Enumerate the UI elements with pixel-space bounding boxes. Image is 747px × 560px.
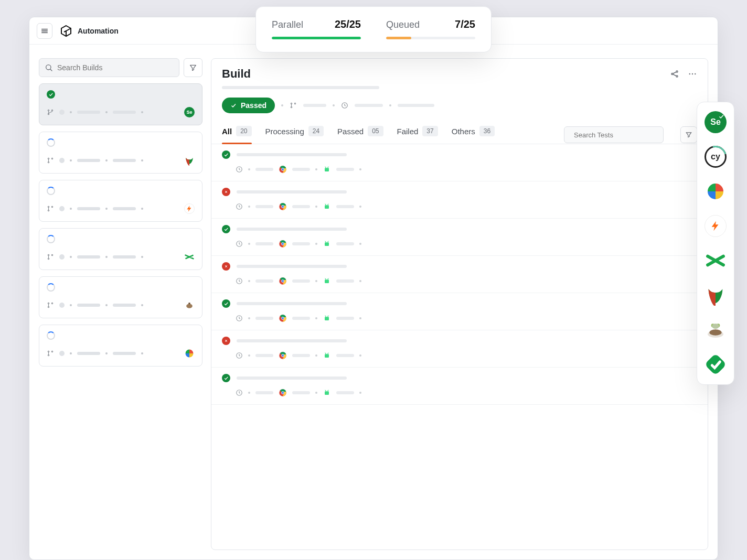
tab-passed[interactable]: Passed 05 xyxy=(337,126,383,144)
x-green-icon xyxy=(705,250,726,271)
tab-count: 05 xyxy=(368,126,383,136)
test-row[interactable] xyxy=(211,256,708,293)
tab-processing[interactable]: Processing 24 xyxy=(265,126,324,144)
stat-bar xyxy=(272,37,361,39)
status-passed-icon xyxy=(222,299,230,308)
svg-point-62 xyxy=(282,317,284,319)
svg-point-84 xyxy=(712,324,719,329)
svg-point-1 xyxy=(48,110,49,111)
branch-icon xyxy=(47,301,54,309)
filter-icon xyxy=(685,131,692,138)
rail-selenium[interactable]: Se xyxy=(704,111,727,134)
tool-rail: Se cy xyxy=(697,102,734,385)
build-card[interactable] xyxy=(39,228,202,270)
svg-point-18 xyxy=(48,354,49,356)
tab-label: All xyxy=(222,127,232,136)
tab-label: Others xyxy=(452,127,475,136)
selenium-icon: Se xyxy=(705,111,727,133)
tab-label: Failed xyxy=(397,127,419,136)
chrome-icon xyxy=(279,202,287,211)
test-row[interactable] xyxy=(211,330,708,368)
rail-cypress[interactable]: cy xyxy=(704,145,727,168)
rail-appium[interactable] xyxy=(704,180,727,203)
appium-icon xyxy=(705,181,726,202)
rail-espresso[interactable] xyxy=(704,318,727,341)
build-card[interactable] xyxy=(39,325,202,367)
rail-katalon[interactable] xyxy=(704,353,727,376)
svg-rect-56 xyxy=(325,279,329,283)
stat-queued: Queued 7/25 xyxy=(386,18,475,39)
stat-value: 25/25 xyxy=(335,18,361,30)
clock-icon xyxy=(236,166,243,173)
playwright-icon xyxy=(705,285,726,306)
spinner-icon xyxy=(47,235,55,243)
rail-x-green[interactable] xyxy=(704,249,727,272)
share-icon[interactable] xyxy=(670,69,679,79)
build-card[interactable] xyxy=(39,180,202,222)
clock-icon xyxy=(236,389,243,396)
chrome-icon xyxy=(279,165,287,174)
appium-icon xyxy=(184,348,195,359)
svg-point-6 xyxy=(51,158,52,159)
app-name: Automation xyxy=(78,27,119,35)
clock-icon xyxy=(236,240,243,247)
svg-point-8 xyxy=(48,210,49,211)
test-row[interactable] xyxy=(211,368,708,405)
svg-point-4 xyxy=(48,158,49,159)
svg-point-5 xyxy=(48,161,49,163)
svg-point-15 xyxy=(51,303,52,304)
test-row[interactable] xyxy=(211,293,708,330)
tab-others[interactable]: Others 36 xyxy=(452,126,495,144)
svg-point-22 xyxy=(676,76,678,77)
hamburger-icon xyxy=(40,27,49,35)
lightning-icon xyxy=(184,203,195,214)
svg-point-34 xyxy=(282,168,284,170)
search-tests[interactable] xyxy=(564,126,664,143)
status-passed-icon xyxy=(47,90,55,99)
check-icon xyxy=(230,102,237,109)
search-builds[interactable] xyxy=(39,58,179,77)
test-row[interactable] xyxy=(211,219,708,256)
playwright-icon xyxy=(184,155,195,166)
svg-rect-77 xyxy=(325,391,329,395)
svg-point-48 xyxy=(282,243,284,245)
espresso-icon xyxy=(705,319,726,340)
menu-button[interactable] xyxy=(37,23,52,39)
stats-card: Parallel 25/25 Queued 7/25 xyxy=(255,6,492,52)
svg-point-25 xyxy=(695,73,696,74)
svg-rect-35 xyxy=(325,168,329,171)
android-icon xyxy=(323,351,331,360)
svg-point-9 xyxy=(51,206,52,207)
tab-failed[interactable]: Failed 37 xyxy=(397,126,438,144)
builds-sidebar: Se xyxy=(39,58,202,550)
build-title: Build xyxy=(222,67,251,81)
spinner-icon xyxy=(47,138,55,147)
tab-label: Passed xyxy=(337,127,364,136)
rail-lightning[interactable] xyxy=(704,214,727,238)
tab-all[interactable]: All 20 xyxy=(222,126,252,144)
build-card[interactable] xyxy=(39,132,202,174)
build-card[interactable] xyxy=(39,276,202,318)
cypress-icon: cy xyxy=(705,146,727,168)
search-tests-input[interactable] xyxy=(574,131,662,139)
tab-count: 36 xyxy=(479,126,495,136)
svg-rect-42 xyxy=(325,205,329,209)
svg-point-16 xyxy=(186,304,193,308)
build-card[interactable]: Se xyxy=(39,83,202,125)
more-icon[interactable] xyxy=(688,69,697,79)
android-icon xyxy=(323,165,331,174)
status-passed-icon xyxy=(222,374,230,382)
selenium-icon: Se xyxy=(184,107,195,117)
filter-builds-button[interactable] xyxy=(184,58,202,77)
branch-icon xyxy=(47,109,54,116)
spinner-icon xyxy=(47,283,55,292)
rail-playwright[interactable] xyxy=(704,284,727,307)
test-row[interactable] xyxy=(211,144,708,181)
test-row[interactable] xyxy=(211,181,708,219)
svg-point-20 xyxy=(671,73,673,75)
search-builds-input[interactable] xyxy=(57,63,174,72)
svg-point-28 xyxy=(294,103,295,104)
filter-tests-button[interactable] xyxy=(680,126,697,143)
svg-point-11 xyxy=(48,258,49,259)
android-icon xyxy=(323,202,331,211)
